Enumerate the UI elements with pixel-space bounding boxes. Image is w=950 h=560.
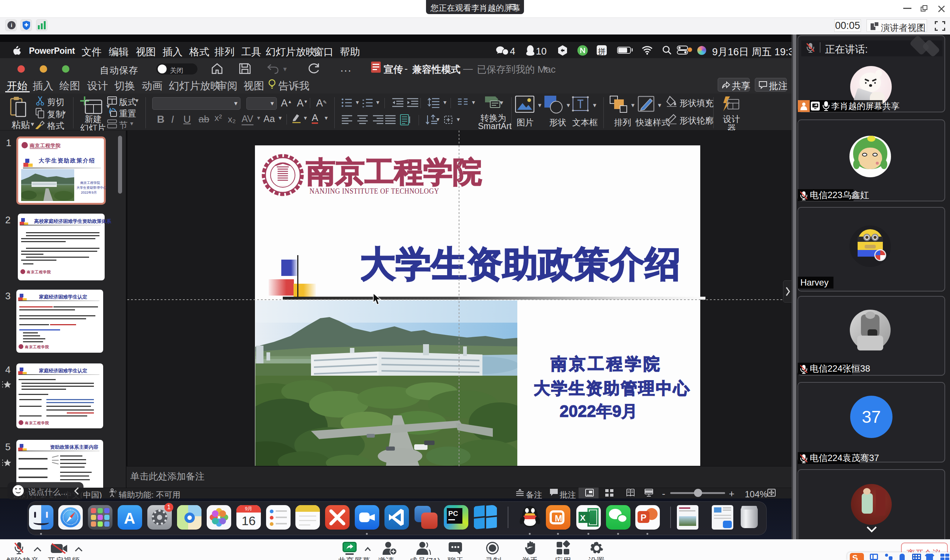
svg-text:?: ? <box>114 490 117 494</box>
svg-text:············: ············ <box>276 184 290 188</box>
